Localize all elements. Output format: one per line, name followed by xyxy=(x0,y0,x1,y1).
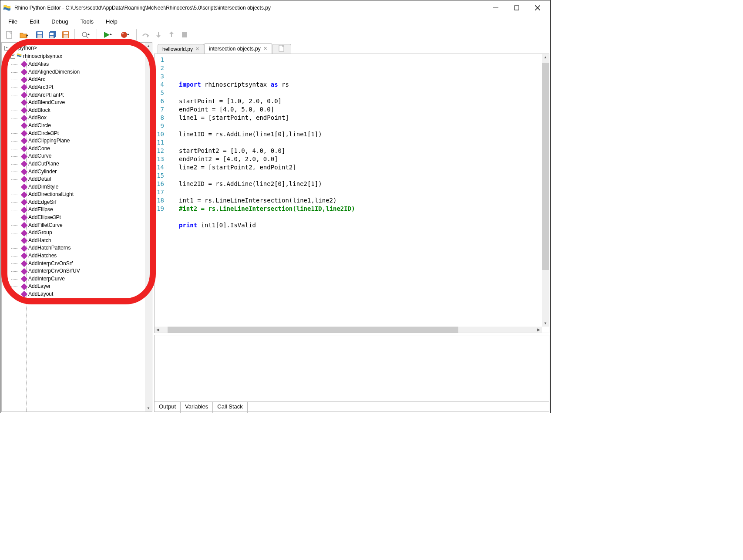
tree-item[interactable]: AddEllipse xyxy=(22,206,151,214)
method-icon xyxy=(21,237,28,244)
toolbar xyxy=(0,27,550,42)
expand-icon[interactable]: + xyxy=(4,46,9,51)
run-button[interactable] xyxy=(100,29,116,41)
tree-item[interactable]: AddCircle3Pt xyxy=(22,130,151,138)
svg-rect-7 xyxy=(37,35,42,38)
tree-item[interactable]: AddClippingPlane xyxy=(22,137,151,145)
svg-rect-20 xyxy=(279,45,284,51)
tree-item-label: AddLayout xyxy=(28,290,53,298)
tab-helloworld[interactable]: helloworld.py ✕ xyxy=(158,44,204,54)
tree-item[interactable]: AddCone xyxy=(22,145,151,153)
save-as-button[interactable] xyxy=(60,29,72,41)
menu-debug[interactable]: Debug xyxy=(47,17,72,27)
output-tab[interactable]: Output xyxy=(155,402,181,413)
tree-item[interactable]: AddLayer xyxy=(22,283,151,290)
tree-item[interactable]: AddDimStyle xyxy=(22,183,151,191)
tree-item-label: AddEdgeSrf xyxy=(28,199,57,206)
scroll-right-icon[interactable]: ▶ xyxy=(535,327,542,333)
scroll-down-icon[interactable]: ▼ xyxy=(542,320,549,327)
svg-rect-13 xyxy=(64,32,68,34)
step-into-button[interactable] xyxy=(152,29,165,41)
tree-item[interactable]: AddBlock xyxy=(22,107,151,115)
tree-item[interactable]: AddArc3Pt xyxy=(22,84,151,91)
menu-help[interactable]: Help xyxy=(101,17,122,27)
maximize-button[interactable] xyxy=(512,3,521,13)
tree-item[interactable]: AddHatchPatterns xyxy=(22,244,151,252)
sidebar-scrollbar[interactable]: ▲ ▼ xyxy=(145,43,152,412)
close-icon[interactable]: ✕ xyxy=(195,46,199,52)
tree-item[interactable]: AddCylinder xyxy=(22,168,151,176)
tree-item[interactable]: AddLayout xyxy=(22,290,151,298)
tree-item[interactable]: AddInterpCurve xyxy=(22,275,151,283)
breakpoint-button[interactable] xyxy=(117,29,134,41)
tree-item[interactable]: AddArc xyxy=(22,76,151,84)
save-all-button[interactable] xyxy=(47,29,59,41)
method-icon xyxy=(21,229,28,236)
tree-item-label: AddBlendCurve xyxy=(28,99,65,107)
tree-item-label: AddCylinder xyxy=(28,168,57,176)
tree-item[interactable]: AddGroup xyxy=(22,229,151,237)
menu-tools[interactable]: Tools xyxy=(76,17,98,27)
tree-item[interactable]: AddCurve xyxy=(22,152,151,160)
editor-content[interactable]: import rhinoscriptsyntax as rs startPoin… xyxy=(170,54,549,333)
method-icon xyxy=(21,260,28,267)
tree-item[interactable]: AddHatches xyxy=(22,252,151,260)
tree-item[interactable]: AddAlignedDimension xyxy=(22,68,151,76)
search-button[interactable] xyxy=(77,29,94,41)
collapse-icon[interactable]: − xyxy=(10,54,15,59)
scroll-up-icon[interactable]: ▲ xyxy=(145,43,152,49)
code-editor[interactable]: 12345678910111213141516171819 import rhi… xyxy=(154,54,549,333)
tree-item-label: AddDetail xyxy=(28,175,51,183)
text-cursor xyxy=(277,57,277,64)
save-button[interactable] xyxy=(34,29,46,41)
tree-item[interactable]: AddAlias xyxy=(22,61,151,68)
open-file-button[interactable] xyxy=(16,29,33,41)
close-button[interactable] xyxy=(533,3,542,13)
scrollbar-thumb[interactable] xyxy=(542,63,549,270)
tree-item[interactable]: AddFilletCurve xyxy=(22,222,151,229)
minimize-button[interactable] xyxy=(491,3,501,13)
editor-h-scrollbar[interactable]: ◀ ▶ xyxy=(155,327,542,333)
tree-item[interactable]: AddDetail xyxy=(22,175,151,183)
svg-point-17 xyxy=(121,32,127,38)
tree-item-label: AddInterpCurve xyxy=(28,275,65,283)
tree-item[interactable]: AddHatch xyxy=(22,237,151,245)
scroll-left-icon[interactable]: ◀ xyxy=(155,327,161,333)
tree-item[interactable]: AddInterpCrvOnSrfUV xyxy=(22,267,151,275)
tree-item[interactable]: AddBox xyxy=(22,114,151,122)
tree-root-python[interactable]: + <python> xyxy=(4,44,151,52)
stop-button[interactable] xyxy=(178,29,191,41)
tree-item[interactable]: AddEdgeSrf xyxy=(22,199,151,206)
svg-rect-6 xyxy=(37,32,42,34)
method-icon xyxy=(21,245,28,252)
scroll-up-icon[interactable]: ▲ xyxy=(542,54,549,61)
new-tab-button[interactable] xyxy=(272,44,291,54)
scrollbar-thumb[interactable] xyxy=(168,327,458,333)
tree-item-label: AddCircle3Pt xyxy=(28,130,59,138)
scroll-down-icon[interactable]: ▼ xyxy=(145,405,152,412)
tree-item[interactable]: AddCutPlane xyxy=(22,160,151,168)
tab-intersection-objects[interactable]: intersection objects.py ✕ xyxy=(204,43,272,54)
tree-item[interactable]: AddDirectionalLight xyxy=(22,191,151,199)
editor-v-scrollbar[interactable]: ▲ ▼ xyxy=(542,54,549,327)
tree-item[interactable]: AddArcPtTanPt xyxy=(22,91,151,99)
new-file-button[interactable] xyxy=(3,29,15,41)
tree-item[interactable]: AddBlendCurve xyxy=(22,99,151,107)
tree-item[interactable]: AddCircle xyxy=(22,122,151,130)
variables-tab[interactable]: Variables xyxy=(181,402,213,413)
menu-file[interactable]: File xyxy=(4,17,22,27)
tree-item[interactable]: AddInterpCrvOnSrf xyxy=(22,260,151,268)
step-out-button[interactable] xyxy=(165,29,178,41)
callstack-tab[interactable]: Call Stack xyxy=(213,402,248,413)
method-icon xyxy=(21,153,28,160)
method-icon xyxy=(21,76,28,83)
menu-edit[interactable]: Edit xyxy=(25,17,44,27)
tab-label: helloworld.py xyxy=(162,46,193,52)
step-over-button[interactable] xyxy=(139,29,151,41)
method-icon xyxy=(21,138,28,145)
tree-item-label: AddLayer xyxy=(28,283,50,290)
close-icon[interactable]: ✕ xyxy=(263,46,267,51)
method-icon xyxy=(21,268,28,275)
tree-item[interactable]: AddEllipse3Pt xyxy=(22,214,151,222)
method-icon xyxy=(21,222,28,229)
